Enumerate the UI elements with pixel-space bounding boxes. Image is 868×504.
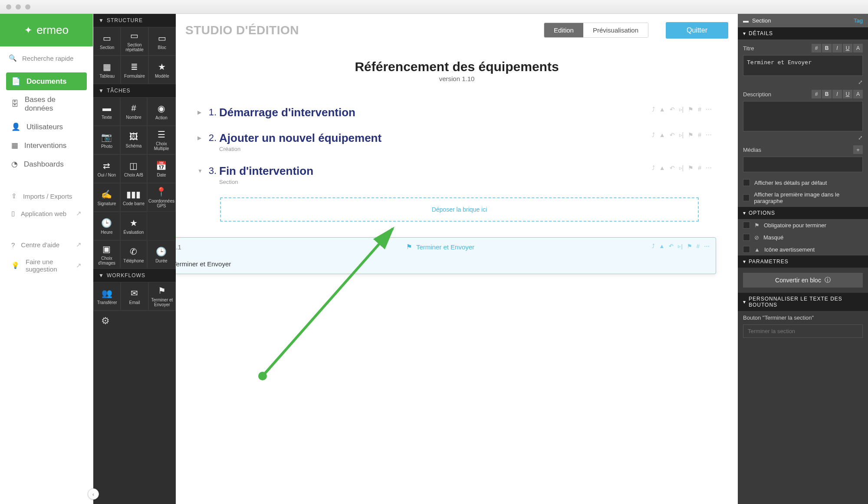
comp-task-action[interactable]: ◉Action [147,97,176,126]
format-underline-icon[interactable]: U [843,44,852,52]
skip-icon[interactable]: ▹| [678,243,682,249]
share-icon[interactable]: ⤴ [652,164,655,171]
comp-structure-bloc[interactable]: ▭Bloc [148,27,176,56]
tag-link[interactable]: Tag [854,17,863,24]
comp-task-date[interactable]: 📅Date [147,154,176,183]
format-bold-icon[interactable]: B [822,90,832,98]
skip-icon[interactable]: ▹| [679,164,684,171]
nav-dashboards[interactable]: ◔ Dashboards [6,155,87,173]
hash-icon[interactable]: # [698,106,701,113]
comp-workflow-transf-rer[interactable]: 👥Transférer [93,282,121,311]
warning-icon[interactable]: ▲ [659,243,665,249]
details-header[interactable]: ▾ DÉTAILS [738,27,868,39]
traffic-light-close[interactable] [6,4,11,10]
comp-task-nombre[interactable]: #Nombre [120,97,147,126]
comp-structure-mod-le[interactable]: ★Modèle [148,56,176,84]
comp-task-dur-e[interactable]: 🕒Durée [147,240,176,269]
comp-task--valuation[interactable]: ★Évaluation [120,212,147,240]
tab-edition[interactable]: Edition [544,23,583,37]
comp-task-code-barre[interactable]: ▮▮▮Code barre [120,183,147,212]
nav-help[interactable]: ?Centre d'aide ↗ [6,236,87,253]
warning-icon[interactable]: ▲ [659,131,665,138]
share-icon[interactable]: ⤴ [652,106,655,113]
nav-databases[interactable]: 🗄 Bases de données [6,91,87,117]
convert-block-button[interactable]: Convertir en bloc ⓘ [743,273,863,288]
warning-icon[interactable]: ▲ [659,106,665,113]
comp-workflow-terminer-et-envoyer[interactable]: ⚑Terminer et Envoyer [148,282,176,311]
check-show-details[interactable]: Afficher les détails par défaut [738,177,868,189]
structure-header[interactable]: ▼ STRUCTURE [93,14,176,27]
skip-icon[interactable]: ▹| [679,131,684,138]
format-hash-icon[interactable]: # [812,90,821,98]
nav-documents[interactable]: 📄 Documents [6,72,87,90]
comp-task-coordonn-es-gps[interactable]: 📍Coordonnées GPS [147,183,176,212]
expand-desc-icon[interactable]: ⤢ [743,134,863,141]
flag-icon[interactable]: ⚑ [688,106,694,113]
comp-task-heure[interactable]: 🕒Heure [93,212,120,240]
search-row[interactable]: 🔍 Recherche rapide [0,46,93,70]
options-header[interactable]: ▾ OPTIONS [738,207,868,219]
hash-icon[interactable]: # [698,131,701,138]
skip-icon[interactable]: ▹| [679,106,684,113]
caret-icon[interactable]: ▶ [197,131,204,141]
flag-icon[interactable]: ⚑ [687,243,692,249]
undo-icon[interactable]: ↶ [670,164,675,171]
traffic-light-min[interactable] [16,4,21,10]
opt-mandatory[interactable]: ⚑Obligatoire pour terminer [738,219,868,231]
workflows-header[interactable]: ▼ WORKFLOWS [93,269,176,282]
quit-button[interactable]: Quitter [666,22,728,39]
format-hash-icon[interactable]: # [812,44,821,52]
format-italic-icon[interactable]: I [832,90,842,98]
caret-icon[interactable]: ▶ [197,106,204,115]
section-row[interactable]: ▶ 1. Démarrage d'intervention ⤴ ▲ ↶ ▹| ⚑… [197,100,716,125]
hash-icon[interactable]: # [698,164,701,171]
comp-task-texte[interactable]: ▬Texte [93,97,120,126]
share-icon[interactable]: ⤴ [652,243,655,249]
comp-workflow-email[interactable]: ✉Email [121,282,148,311]
comp-task-sch-ma[interactable]: 🖼Schéma [120,126,147,154]
check-first-image[interactable]: Afficher la première image dans le parag… [738,189,868,207]
comp-task-choix-d-images[interactable]: ▣Choix d'images [93,240,120,269]
nav-interventions[interactable]: ▦ Interventions [6,137,87,154]
warning-icon[interactable]: ▲ [659,164,665,171]
format-font-icon[interactable]: A [853,90,863,98]
tab-preview[interactable]: Prévisualisation [583,23,648,37]
undo-icon[interactable]: ↶ [670,106,675,113]
comp-task-choix-multiple[interactable]: ☰Choix Multiple [147,126,176,154]
comp-task-t-l-phone[interactable]: ✆Téléphone [120,240,147,269]
tasks-header[interactable]: ▼ TÂCHES [93,84,176,97]
share-icon[interactable]: ⤴ [652,131,655,138]
traffic-light-max[interactable] [25,4,30,10]
hash-icon[interactable]: # [697,243,700,249]
comp-task-choix-a-b[interactable]: ◫Choix A/B [120,154,147,183]
more-icon[interactable]: ⋯ [706,164,712,171]
nav-imports[interactable]: ⇪Imports / Exports [6,188,87,204]
flag-icon[interactable]: ⚑ [688,164,694,171]
comp-task-oui-non[interactable]: ⇄Oui / Non [93,154,120,183]
nav-webapp[interactable]: ▯Application web ↗ [6,205,87,222]
section-row[interactable]: ▼ 3. Fin d'intervention Section ⤴ ▲ ↶ ▹|… [197,158,716,191]
flag-icon[interactable]: ⚑ [688,131,694,138]
format-italic-icon[interactable]: I [832,44,842,52]
button-section-input[interactable] [743,324,863,338]
nav-suggestion[interactable]: 💡Faire une suggestion ↗ [6,254,87,277]
format-font-icon[interactable]: A [853,44,863,52]
caret-icon[interactable]: ▼ [197,164,204,174]
nav-users[interactable]: 👤 Utilisateurs [6,118,87,136]
expand-title-icon[interactable]: ⤢ [743,79,863,85]
comp-task-photo[interactable]: 📷Photo [93,126,120,154]
desc-input[interactable] [743,101,863,131]
drop-zone[interactable]: Déposer la brique ici [220,197,699,222]
custom-header[interactable]: ▾ PERSONNALISER LE TEXTE DES BOUTONS [738,293,868,311]
title-input[interactable] [743,55,863,76]
opt-warning[interactable]: ▲Icône avertissement [738,243,868,255]
opt-hidden[interactable]: ⊘Masqué [738,231,868,243]
format-underline-icon[interactable]: U [843,90,852,98]
media-dropzone[interactable] [743,157,863,172]
comp-structure-section-r-p-table[interactable]: ▭Section répétable [121,27,148,56]
add-media-button[interactable]: + [853,145,863,154]
comp-structure-tableau[interactable]: ▦Tableau [93,56,121,84]
undo-icon[interactable]: ↶ [669,243,674,249]
settings-footer[interactable]: ⚙ [93,311,176,331]
collapse-toggle[interactable]: ‹ [88,488,99,500]
